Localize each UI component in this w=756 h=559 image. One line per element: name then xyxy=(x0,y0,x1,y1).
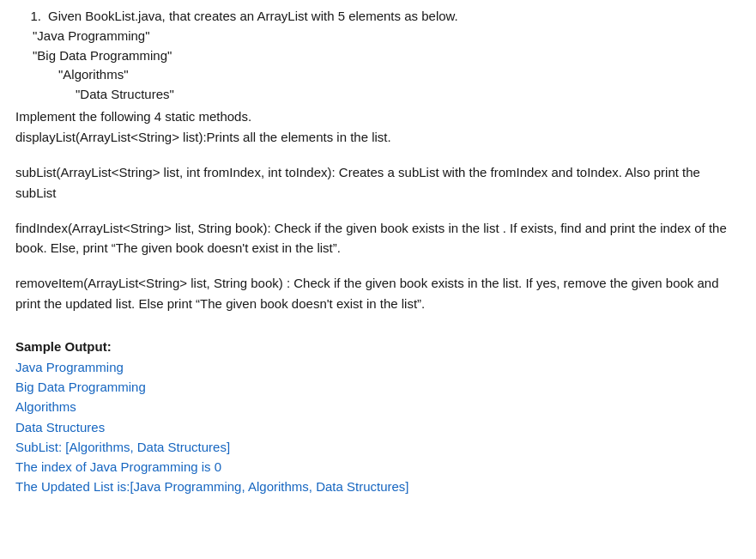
method-find-index: findIndex(ArrayList<String> list, String… xyxy=(15,218,741,258)
book-item-3: "Algorithms" xyxy=(58,65,741,85)
question-item: 1. Given BookList.java, that creates an … xyxy=(15,9,741,23)
sample-output-label: Sample Output: xyxy=(15,339,741,354)
method-display-list: displayList(ArrayList<String> list):Prin… xyxy=(15,127,741,147)
main-content: 1. Given BookList.java, that creates an … xyxy=(15,9,741,497)
output-line-1: Java Programming xyxy=(15,357,741,377)
output-line-2: Big Data Programming xyxy=(15,377,741,397)
sample-output-section: Sample Output: Java Programming Big Data… xyxy=(15,339,741,497)
method-find-index-name: findIndex(ArrayList<String> list, String… xyxy=(15,221,267,235)
method-remove-item-name: removeItem(ArrayList<String> list, Strin… xyxy=(15,276,283,290)
book-item-4: "Data Structures" xyxy=(76,85,741,105)
method-display-list-name: displayList(ArrayList<String> list) xyxy=(15,130,203,144)
method-sub-list: subList(ArrayList<String> list, int from… xyxy=(15,162,741,203)
implement-text: Implement the following 4 static methods… xyxy=(15,109,741,124)
book-item-2: "Big Data Programming" xyxy=(33,46,741,66)
question-intro-text: Given BookList.java, that creates an Arr… xyxy=(48,9,458,23)
book-list: "Java Programming" "Big Data Programming… xyxy=(33,27,741,104)
method-display-list-desc: :Prints all the elements in the list. xyxy=(203,130,390,144)
output-line-3: Algorithms xyxy=(15,397,741,416)
book-item-1: "Java Programming" xyxy=(33,27,741,46)
output-line-4: Data Structures xyxy=(15,417,741,437)
output-line-5: SubList: [Algorithms, Data Structures] xyxy=(15,437,741,457)
output-line-6: The index of Java Programming is 0 xyxy=(15,457,741,477)
method-remove-item: removeItem(ArrayList<String> list, Strin… xyxy=(15,273,741,313)
question-number: 1. xyxy=(15,9,41,23)
method-sub-list-name: subList(ArrayList<String> list, int from… xyxy=(15,165,332,179)
output-line-7: The Updated List is:[Java Programming, A… xyxy=(15,477,741,496)
